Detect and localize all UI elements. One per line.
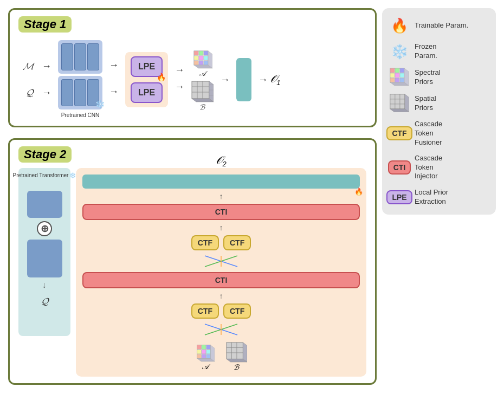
ctf-top-right: CTF: [223, 235, 251, 250]
svg-rect-1: [194, 51, 198, 55]
svg-rect-48: [390, 68, 395, 73]
cti-top: CTI: [82, 204, 360, 220]
ctf-top-left: CTF: [191, 235, 219, 250]
arrow-o1: →: [258, 74, 268, 86]
spectral-label-stage2: 𝒜: [202, 363, 208, 371]
legend-frozen-label: FrozenParam.: [415, 42, 437, 61]
legend-ctf: CTF CascadeTokenFusioner: [389, 120, 489, 147]
legend-cti-label: CascadeTokenInjector: [415, 154, 442, 182]
fire-output: 🔥: [354, 188, 363, 196]
legend-spatial-label: SpatialPriors: [415, 94, 436, 113]
stage1-label: Stage 1: [18, 16, 72, 33]
arrow-to-output: →: [220, 74, 230, 86]
ctf-bottom-left: CTF: [191, 303, 219, 319]
svg-rect-31: [206, 345, 211, 350]
legend-trainable-label: Trainable Param.: [415, 21, 468, 30]
transformer-freeze: ❄️: [69, 172, 76, 178]
arrow-to-lpe-bot: →: [109, 86, 119, 98]
ctf-bottom-right: CTF: [223, 303, 251, 319]
fire-icon-lpe: 🔥: [157, 73, 166, 81]
cross-arrows-bottom: [194, 322, 248, 337]
arrow-to-spatial: →: [175, 81, 184, 93]
cnn-label: Pretrained CNN: [61, 112, 100, 118]
svg-marker-45: [243, 343, 247, 362]
spatial-cube-stage2: [225, 341, 247, 363]
svg-rect-5: [199, 56, 203, 60]
spatial-label-stage2: ℬ: [234, 363, 239, 371]
arrow-to-lpe-top: →: [109, 60, 119, 71]
svg-rect-56: [400, 78, 404, 82]
arrow-m: →: [42, 61, 51, 72]
svg-rect-53: [400, 73, 404, 77]
svg-rect-59: [390, 94, 405, 109]
svg-rect-52: [395, 73, 399, 77]
stage1-container: Stage 1 𝓜 𝓠 → →: [8, 8, 377, 127]
output-bar-stage2: [82, 175, 360, 189]
svg-rect-50: [400, 68, 404, 73]
stage1-input-q: 𝓠: [26, 87, 33, 99]
svg-rect-36: [202, 354, 206, 359]
spectral-cube-stage2: [195, 343, 215, 363]
arrow-down-2: ↑: [219, 223, 223, 232]
legend-ctf-icon: CTF: [389, 124, 410, 143]
ctf-row-top: CTF CTF: [191, 235, 251, 250]
cti-bottom: CTI: [82, 272, 360, 288]
stage2-label: Stage 2: [18, 146, 72, 163]
legend-freeze-icon: ❄️: [389, 42, 410, 61]
diagram-area: Stage 1 𝓜 𝓠 → →: [8, 8, 377, 385]
svg-rect-7: [194, 61, 198, 65]
legend-trainable: 🔥 Trainable Param.: [389, 16, 489, 35]
legend-frozen: ❄️ FrozenParam.: [389, 42, 489, 61]
spatial-label-stage1: ℬ: [199, 103, 205, 111]
output-block-stage1: [236, 58, 251, 101]
svg-rect-30: [202, 345, 206, 350]
cnn-block-wrapper: Pretrained CNN ❄️: [58, 40, 102, 109]
svg-rect-29: [197, 345, 202, 350]
legend-spectral-icon: [389, 68, 410, 87]
legend-cti-icon: CTI: [389, 158, 410, 177]
stage1-input-m: 𝓜: [23, 61, 33, 72]
legend-ctf-label: CascadeTokenFusioner: [415, 120, 442, 147]
spectral-label-stage1: 𝒜: [199, 69, 205, 78]
o1-label: 𝒪1: [270, 73, 280, 87]
o2-label: 𝒪2: [216, 154, 226, 168]
arrow-down-q: →: [40, 281, 49, 290]
legend-spatial-icon: [389, 94, 410, 113]
transformer-label: Pretrained Transformer: [13, 172, 69, 178]
cnn-freeze-icon: ❄️: [95, 100, 105, 108]
legend-lpe-label: Local PriorExtraction: [415, 188, 448, 206]
main-container: Stage 1 𝓜 𝓠 → →: [0, 0, 504, 420]
svg-rect-34: [206, 350, 211, 354]
svg-rect-32: [197, 350, 202, 354]
arrow-up-1: ↑: [219, 292, 223, 300]
svg-rect-8: [199, 61, 203, 65]
svg-rect-2: [199, 51, 203, 55]
stage2-container: Stage 2 Pretrained Transformer ❄️ ⊕ →: [8, 138, 377, 385]
ctf-row-bottom: CTF CTF: [191, 303, 251, 319]
svg-rect-9: [204, 61, 208, 65]
svg-rect-37: [206, 354, 211, 359]
stage2-input-q: 𝓠: [41, 296, 48, 307]
svg-rect-40: [227, 343, 243, 359]
svg-rect-35: [197, 354, 202, 359]
lpe-bottom: LPE: [131, 82, 163, 103]
spectral-cube-stage1: [192, 49, 212, 69]
transformer-block-top: [27, 191, 62, 218]
legend-spectral-label: SpectralPriors: [415, 68, 441, 87]
legend-spectral: SpectralPriors: [389, 68, 489, 87]
legend-cti: CTI CascadeTokenInjector: [389, 154, 489, 182]
svg-rect-49: [395, 68, 399, 73]
cross-arrows-top: [194, 254, 248, 269]
svg-rect-33: [202, 350, 206, 354]
legend-panel: 🔥 Trainable Param. ❄️ FrozenParam.: [382, 8, 496, 215]
svg-rect-55: [395, 78, 399, 82]
svg-marker-17: [209, 81, 214, 102]
arrow-to-spectral: →: [175, 64, 184, 76]
spatial-cube-stage1: [191, 80, 214, 103]
plus-circle: ⊕: [37, 221, 52, 236]
arrow-down-1: ↑: [219, 192, 223, 201]
legend-lpe-icon: LPE: [389, 188, 410, 207]
legend-fire-icon: 🔥: [389, 16, 410, 35]
svg-rect-54: [390, 78, 395, 82]
svg-rect-3: [204, 51, 208, 55]
